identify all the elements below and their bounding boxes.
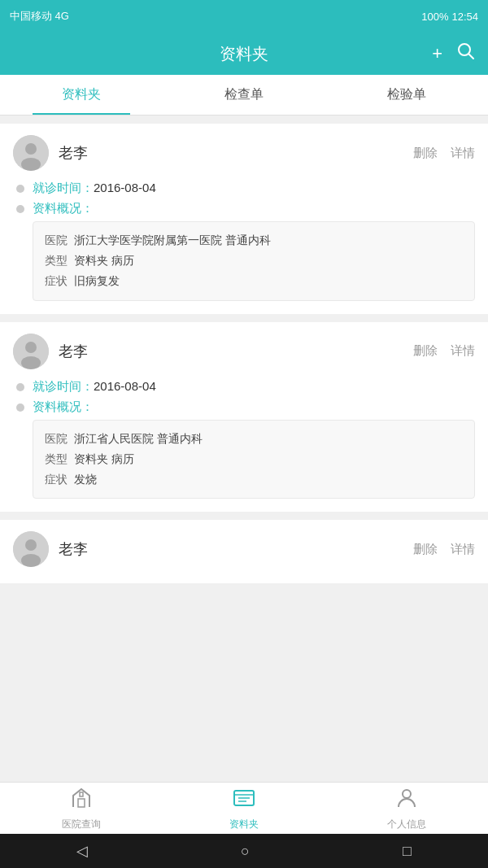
status-bar: 中国移动 4G 100% 12:54: [0, 0, 488, 33]
svg-point-9: [25, 539, 37, 551]
hospital-label-1: 医院: [45, 233, 68, 246]
dot-4: [16, 403, 24, 412]
recent-button[interactable]: □: [403, 843, 412, 860]
nav-hospital-label: 医院查询: [62, 818, 101, 831]
header-title: 资料夹: [220, 43, 268, 65]
record-actions-1: 删除 详情: [413, 146, 475, 161]
type-value-1: 资料夹 病历: [74, 254, 134, 267]
nav-folder[interactable]: 资料夹: [163, 783, 325, 834]
symptom-label-2: 症状: [45, 473, 68, 486]
time-text: 12:54: [451, 11, 478, 23]
overview-label-2: 资料概况：: [33, 399, 94, 415]
delete-btn-2[interactable]: 删除: [413, 343, 438, 359]
status-left: 中国移动 4G: [10, 9, 69, 24]
tab-checkup-label: 检查单: [224, 87, 264, 101]
hospital-label-2: 医院: [45, 432, 68, 445]
info-symptom-1: 症状 旧病复发: [45, 271, 463, 291]
visit-time-row-1: 就诊时间： 2016-08-04: [13, 181, 475, 196]
svg-point-4: [21, 158, 41, 171]
record-card-2: 老李 删除 详情 就诊时间： 2016-08-04 资料概况： 医院 浙江省人民…: [0, 322, 488, 513]
visit-time-value-1: 2016-08-04: [94, 181, 156, 194]
record-name-2: 老李: [59, 342, 413, 361]
header-icons: +: [432, 42, 475, 65]
tab-folder-label: 资料夹: [62, 87, 101, 101]
bottom-nav: 医院查询 资料夹 个人信息: [0, 782, 488, 834]
svg-point-6: [25, 342, 37, 353]
record-header-2: 老李 删除 详情: [13, 334, 475, 369]
content-area: 老李 删除 详情 就诊时间： 2016-08-04 资料概况： 医院 浙江大学医…: [0, 116, 488, 686]
avatar-3: [13, 531, 49, 567]
visit-time-row-2: 就诊时间： 2016-08-04: [13, 379, 475, 395]
records-list: 老李 删除 详情 就诊时间： 2016-08-04 资料概况： 医院 浙江大学医…: [0, 124, 488, 678]
home-button[interactable]: ○: [241, 843, 250, 860]
header: 资料夹 +: [0, 33, 488, 75]
type-label-2: 类型: [45, 452, 68, 465]
status-right: 100% 12:54: [421, 11, 478, 23]
info-type-1: 类型 资料夹 病历: [45, 251, 463, 271]
record-name-3: 老李: [59, 539, 413, 559]
dot-3: [16, 383, 24, 391]
overview-label-1: 资料概况：: [33, 201, 94, 216]
tab-lab-label: 检验单: [387, 87, 426, 101]
record-actions-3: 删除 详情: [413, 542, 475, 557]
record-name-1: 老李: [59, 143, 413, 163]
svg-rect-11: [78, 799, 85, 807]
overview-row-1: 资料概况：: [13, 201, 475, 216]
hospital-value-2: 浙江省人民医院 普通内科: [74, 432, 203, 445]
nav-profile[interactable]: 个人信息: [325, 783, 488, 834]
record-card-1: 老李 删除 详情 就诊时间： 2016-08-04 资料概况： 医院 浙江大学医…: [0, 124, 488, 314]
info-box-1: 医院 浙江大学医学院附属第一医院 普通内科 类型 资料夹 病历 症状 旧病复发: [33, 221, 475, 301]
info-hospital-2: 医院 浙江省人民医院 普通内科: [45, 429, 463, 449]
record-header-1: 老李 删除 详情: [13, 135, 475, 171]
detail-btn-3[interactable]: 详情: [451, 542, 475, 557]
folder-nav-icon: [233, 786, 255, 814]
detail-btn-1[interactable]: 详情: [451, 146, 475, 161]
svg-point-10: [21, 554, 41, 567]
dot-1: [16, 185, 24, 193]
visit-time-label-2: 就诊时间：: [33, 379, 94, 395]
hospital-value-1: 浙江大学医学院附属第一医院 普通内科: [74, 233, 271, 246]
svg-rect-12: [80, 792, 83, 796]
search-icon[interactable]: [457, 42, 475, 65]
record-header-3: 老李 删除 详情: [13, 531, 475, 567]
symptom-value-2: 发烧: [74, 473, 97, 486]
detail-btn-2[interactable]: 详情: [451, 343, 475, 359]
svg-point-3: [25, 143, 37, 155]
tab-lab[interactable]: 检验单: [325, 75, 488, 115]
record-actions-2: 删除 详情: [413, 343, 475, 359]
avatar-1: [13, 135, 49, 171]
profile-nav-icon: [395, 786, 418, 814]
visit-time-label-1: 就诊时间：: [33, 181, 94, 196]
info-type-2: 类型 资料夹 病历: [45, 449, 463, 469]
overview-row-2: 资料概况：: [13, 399, 475, 415]
tab-bar: 资料夹 检查单 检验单: [0, 75, 488, 116]
hospital-nav-icon: [70, 786, 93, 814]
battery-text: 100%: [421, 11, 448, 23]
delete-btn-3[interactable]: 删除: [413, 542, 438, 557]
info-symptom-2: 症状 发烧: [45, 469, 463, 490]
back-button[interactable]: ◁: [76, 842, 88, 860]
info-box-2: 医院 浙江省人民医院 普通内科 类型 资料夹 病历 症状 发烧: [33, 420, 475, 499]
delete-btn-1[interactable]: 删除: [413, 146, 438, 161]
avatar-2: [13, 334, 49, 369]
type-value-2: 资料夹 病历: [74, 452, 134, 465]
svg-point-17: [403, 790, 411, 798]
tab-checkup[interactable]: 检查单: [163, 75, 325, 115]
symptom-value-1: 旧病复发: [74, 274, 120, 287]
record-card-3: 老李 删除 详情: [0, 520, 488, 583]
carrier-text: 中国移动 4G: [10, 9, 69, 24]
nav-profile-label: 个人信息: [387, 818, 426, 831]
add-icon[interactable]: +: [432, 43, 442, 64]
symptom-label-1: 症状: [45, 274, 68, 287]
svg-point-7: [21, 356, 41, 369]
dot-2: [16, 205, 24, 213]
nav-folder-label: 资料夹: [229, 818, 259, 831]
visit-time-value-2: 2016-08-04: [94, 379, 156, 393]
svg-line-1: [468, 54, 473, 59]
sys-nav-bar: ◁ ○ □: [0, 834, 488, 868]
type-label-1: 类型: [45, 254, 68, 267]
nav-hospital[interactable]: 医院查询: [0, 783, 163, 834]
tab-folder[interactable]: 资料夹: [0, 75, 163, 115]
info-hospital-1: 医院 浙江大学医学院附属第一医院 普通内科: [45, 230, 463, 251]
